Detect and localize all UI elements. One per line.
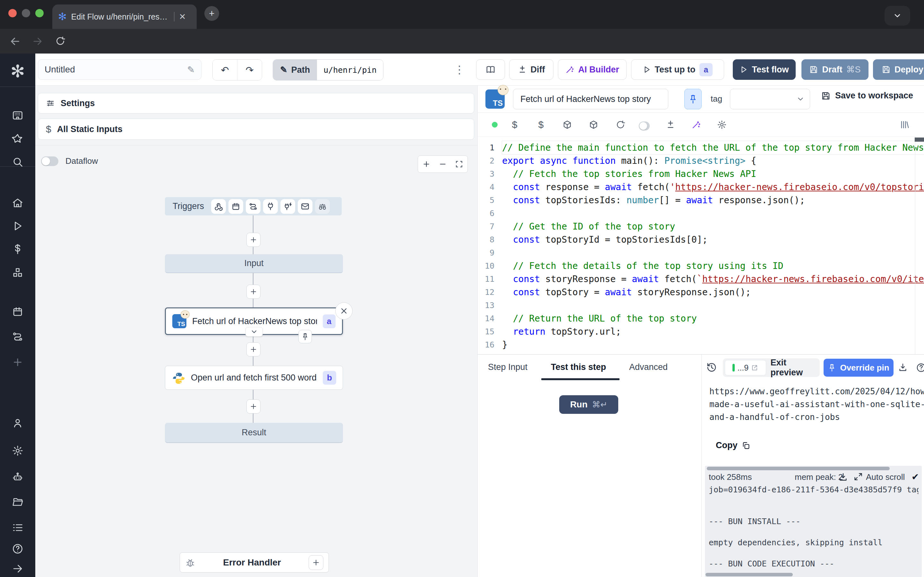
- code-line[interactable]: 9: [478, 246, 924, 259]
- kafka-trigger-icon[interactable]: [280, 199, 295, 214]
- test-up-to-button[interactable]: Test up toa: [631, 59, 724, 80]
- result-url[interactable]: https://www.geoffreylitt.com/2025/04/12/…: [709, 385, 924, 424]
- code-line[interactable]: 11 const storyResponse = await fetch(`ht…: [478, 272, 924, 285]
- email-trigger-icon[interactable]: [298, 199, 312, 214]
- log-scrollbar-horizontal[interactable]: [706, 573, 793, 576]
- sidebar-item-add[interactable]: [11, 355, 25, 369]
- schedule-trigger-icon[interactable]: [228, 199, 243, 214]
- poll-trigger-icon[interactable]: [315, 199, 330, 214]
- save-to-workspace-button[interactable]: Save to workspace: [821, 91, 913, 101]
- diff-button[interactable]: Diff: [509, 59, 553, 80]
- draft-button[interactable]: Draft⌘S: [801, 59, 869, 80]
- window-maximize-button[interactable]: [35, 9, 44, 17]
- tab-search-button[interactable]: [885, 6, 910, 26]
- code-editor[interactable]: 1// Define the main function to fetch th…: [478, 136, 924, 355]
- code-line[interactable]: 4 const response = await fetch('https://…: [478, 181, 924, 193]
- sidebar-item-schedules[interactable]: [11, 305, 25, 319]
- auto-scroll-checkbox[interactable]: ✔: [911, 472, 919, 482]
- zoom-in-icon[interactable]: [422, 160, 431, 168]
- insert-step-button[interactable]: [246, 400, 260, 414]
- deploy-button[interactable]: Deploy: [873, 59, 924, 80]
- code-line[interactable]: 2export async function main(): Promise<s…: [478, 154, 924, 167]
- code-line[interactable]: 10 // Fetch the details of the top story…: [478, 259, 924, 272]
- triggers-node[interactable]: Triggers: [165, 197, 342, 215]
- sidebar-item-runs[interactable]: [11, 219, 25, 233]
- sidebar-item-variables[interactable]: [11, 242, 25, 256]
- webhook-trigger-icon[interactable]: [211, 199, 226, 214]
- sidebar-item-expand[interactable]: [11, 562, 25, 576]
- sidebar-item-favorites[interactable]: [11, 132, 25, 146]
- tag-select[interactable]: [730, 89, 810, 109]
- tab-step-input[interactable]: Step Input: [488, 362, 527, 372]
- log-scrollbar-horizontal[interactable]: [707, 467, 890, 470]
- sidebar-item-ai[interactable]: [11, 470, 25, 484]
- redo-button[interactable]: ↷: [237, 60, 262, 80]
- code-line[interactable]: 16}: [478, 338, 924, 351]
- fit-view-icon[interactable]: [455, 160, 463, 168]
- collapse-step-icon[interactable]: [246, 327, 263, 337]
- forward-button[interactable]: [32, 36, 43, 47]
- ai-assistant-icon[interactable]: [691, 119, 702, 130]
- browser-tab[interactable]: ✻ Edit Flow u/henri/pin_results ✕: [52, 5, 197, 29]
- package-icon[interactable]: [588, 119, 599, 130]
- insert-step-button[interactable]: [246, 285, 260, 299]
- route-trigger-icon[interactable]: [246, 199, 260, 214]
- insert-step-button[interactable]: [246, 342, 260, 356]
- window-minimize-button[interactable]: [22, 9, 30, 17]
- undo-button[interactable]: ↶: [213, 60, 237, 80]
- pin-toggle-button[interactable]: [684, 89, 702, 109]
- code-line[interactable]: 7 // Get the ID of the top story: [478, 220, 924, 233]
- code-line[interactable]: 12 const topStory = await storyResponse.…: [478, 285, 924, 299]
- pinned-step-icon[interactable]: [298, 330, 312, 343]
- path-value[interactable]: u/henri/pin: [317, 60, 383, 80]
- editor-scrollbar[interactable]: [915, 137, 924, 142]
- window-close-button[interactable]: [8, 9, 17, 17]
- sidebar-item-help[interactable]: [11, 542, 25, 556]
- library-icon[interactable]: [899, 119, 910, 130]
- code-line[interactable]: 15 return topStory.url;: [478, 325, 924, 338]
- tab-test-this-step[interactable]: Test this step: [551, 362, 606, 372]
- editor-settings-icon[interactable]: [716, 119, 727, 130]
- back-button[interactable]: [10, 36, 21, 47]
- error-handler-node[interactable]: Error Handler: [180, 552, 329, 572]
- copy-button[interactable]: Copy: [716, 440, 750, 450]
- package-icon[interactable]: [562, 119, 573, 130]
- external-link-icon[interactable]: [751, 364, 758, 371]
- tab-close-icon[interactable]: ✕: [179, 13, 186, 21]
- download-result-icon[interactable]: [898, 363, 908, 372]
- code-line[interactable]: 3 // Fetch the top stories from Hacker N…: [478, 167, 924, 181]
- log-expand-icon[interactable]: [854, 472, 863, 481]
- sidebar-item-search[interactable]: [11, 155, 25, 169]
- code-line[interactable]: 14 // Return the URL of the top story: [478, 312, 924, 325]
- resources-icon[interactable]: $: [535, 119, 546, 130]
- editor-toggle[interactable]: [639, 121, 650, 131]
- run-button[interactable]: Run⌘↵: [559, 395, 618, 414]
- insert-step-button[interactable]: [246, 233, 260, 247]
- diff-icon[interactable]: [665, 119, 676, 130]
- sidebar-item-settings[interactable]: [11, 444, 25, 458]
- docs-button[interactable]: [476, 59, 505, 80]
- tab-advanced[interactable]: Advanced: [629, 362, 668, 372]
- code-line[interactable]: 13: [478, 299, 924, 312]
- code-line[interactable]: 1// Define the main function to fetch th…: [478, 141, 924, 154]
- override-pin-button[interactable]: Override pin: [824, 359, 893, 377]
- ai-builder-button[interactable]: AI Builder: [558, 59, 627, 80]
- websocket-trigger-icon[interactable]: [263, 199, 278, 214]
- sidebar-item-apps[interactable]: [11, 108, 25, 122]
- test-flow-button[interactable]: Test flow: [733, 59, 796, 80]
- new-tab-button[interactable]: +: [204, 6, 219, 21]
- reload-button[interactable]: [55, 36, 65, 46]
- sidebar-item-audit-logs[interactable]: [11, 521, 25, 535]
- path-edit-button[interactable]: ✎Path: [273, 60, 317, 80]
- history-icon[interactable]: [706, 362, 717, 373]
- more-options-icon[interactable]: ⋮: [452, 62, 467, 77]
- all-static-inputs-row[interactable]: $ All Static Inputs: [38, 119, 474, 140]
- info-icon[interactable]: [916, 363, 924, 373]
- windmill-logo[interactable]: ✻: [0, 63, 35, 80]
- flow-settings-row[interactable]: Settings: [38, 93, 474, 113]
- sidebar-item-home[interactable]: [11, 196, 25, 210]
- job-badge[interactable]: ...9: [725, 360, 766, 376]
- dataflow-toggle[interactable]: [41, 156, 58, 166]
- zoom-out-icon[interactable]: [439, 160, 447, 168]
- reload-icon[interactable]: [615, 119, 626, 130]
